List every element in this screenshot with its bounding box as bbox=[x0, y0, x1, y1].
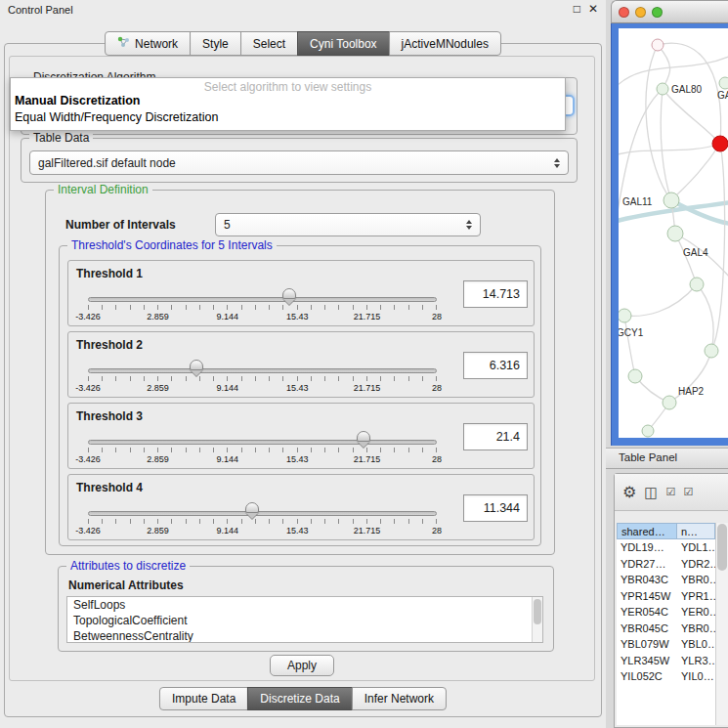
table-row[interactable]: YDL19…YDL1… bbox=[617, 539, 715, 556]
table-cell[interactable]: YDR2… bbox=[677, 556, 715, 573]
apply-button[interactable]: Apply bbox=[270, 655, 334, 676]
list-item[interactable]: SelfLoops bbox=[67, 597, 542, 613]
slider-track[interactable] bbox=[88, 440, 437, 445]
network-node[interactable] bbox=[712, 136, 728, 151]
scrollbar-thumb[interactable] bbox=[534, 599, 541, 624]
threshold-value-field[interactable]: 21.4 bbox=[463, 423, 528, 450]
slider-track[interactable] bbox=[88, 368, 437, 373]
threshold-value-field[interactable]: 14.713 bbox=[463, 280, 528, 308]
gear-icon[interactable]: ⚙ bbox=[622, 485, 636, 500]
network-node[interactable] bbox=[642, 425, 654, 437]
tab-style[interactable]: Style bbox=[190, 31, 241, 56]
network-node[interactable] bbox=[705, 344, 718, 358]
table-cell[interactable]: YBR043C bbox=[617, 572, 677, 588]
slider-scale-label: 21.715 bbox=[354, 454, 381, 464]
table-row[interactable]: YIL052CYIL0… bbox=[617, 668, 715, 685]
network-node-gal80[interactable] bbox=[657, 83, 668, 95]
threshold-slider[interactable]: -3.4262.8599.14415.4321.71528 bbox=[88, 360, 437, 399]
slider-scale-label: -3.426 bbox=[75, 312, 101, 321]
close-panel-icon[interactable]: ✕ bbox=[588, 2, 598, 16]
table-cell[interactable]: YBR045C bbox=[617, 621, 677, 637]
table-cell[interactable]: YBL079W bbox=[617, 636, 677, 653]
table-data-combo[interactable]: galFiltered.sif default node bbox=[29, 150, 569, 175]
table-cell[interactable]: YER054C bbox=[617, 604, 677, 621]
threshold-slider[interactable]: -3.4262.8599.14415.4321.71528 bbox=[88, 288, 437, 327]
slider-thumb[interactable] bbox=[282, 288, 296, 299]
network-canvas[interactable]: GAL80GAGAL11GAL4GCY1HAP2 bbox=[619, 28, 728, 438]
table-cell[interactable]: YDL1… bbox=[677, 539, 715, 556]
list-item[interactable]: BetweennessCentrality bbox=[67, 628, 542, 643]
tab-discretize-data[interactable]: Discretize Data bbox=[247, 687, 352, 710]
slider-ticks bbox=[88, 376, 437, 381]
threshold-value-field[interactable]: 11.344 bbox=[463, 494, 528, 522]
table-cell[interactable]: YDR27… bbox=[617, 556, 677, 573]
network-node-ga[interactable] bbox=[719, 77, 728, 89]
tab-infer-network[interactable]: Infer Network bbox=[352, 687, 447, 710]
threshold-slider[interactable]: -3.4262.8599.14415.4321.71528 bbox=[88, 502, 437, 541]
slider-scale-label: -3.426 bbox=[75, 383, 101, 393]
table-scrollbar[interactable] bbox=[715, 523, 728, 725]
slider-scale-label: 15.43 bbox=[286, 383, 309, 393]
table-cell[interactable]: YPR1… bbox=[677, 588, 715, 605]
table-row[interactable]: YBR045CYBR0… bbox=[617, 621, 715, 637]
slider-track[interactable] bbox=[88, 297, 437, 302]
table-row[interactable]: YDR27…YDR2… bbox=[617, 556, 715, 573]
table-cell[interactable]: YIL052C bbox=[617, 668, 677, 685]
slider-thumb[interactable] bbox=[190, 360, 203, 370]
table-toolbar: ⚙ ◫ ☑ ☑ bbox=[615, 474, 728, 511]
table-cell[interactable]: YPR145W bbox=[617, 588, 677, 605]
network-node[interactable] bbox=[628, 369, 642, 383]
tab-cyni-toolbox[interactable]: Cyni Toolbox bbox=[297, 31, 389, 56]
menu-option-manual-discretization[interactable]: Manual Discretization bbox=[11, 93, 565, 109]
zoom-window-button[interactable] bbox=[652, 7, 663, 18]
checkbox-icon[interactable]: ☑ bbox=[683, 487, 693, 497]
tab-network[interactable]: Network bbox=[105, 31, 191, 56]
list-item[interactable]: TopologicalCoefficient bbox=[67, 613, 542, 628]
table-cell[interactable]: YLR3… bbox=[677, 653, 715, 669]
menu-option-equal-width-frequency[interactable]: Equal Width/Frequency Discretization bbox=[11, 109, 565, 126]
float-window-icon[interactable]: □ bbox=[574, 2, 580, 16]
network-window-titlebar[interactable] bbox=[611, 0, 728, 23]
slider-scale-label: 21.715 bbox=[354, 312, 381, 321]
tab-impute-data[interactable]: Impute Data bbox=[159, 687, 248, 710]
table-cell[interactable]: YLR345W bbox=[617, 653, 677, 669]
number-of-intervals-combo[interactable]: 5 bbox=[215, 213, 481, 236]
table-cell[interactable]: YIL0… bbox=[677, 668, 715, 685]
table-row[interactable]: YPR145WYPR1… bbox=[617, 588, 715, 605]
threshold-slider[interactable]: -3.4262.8599.14415.4321.71528 bbox=[88, 431, 437, 470]
network-node[interactable] bbox=[652, 39, 664, 51]
column-header-shared[interactable]: shared… bbox=[617, 523, 677, 539]
attributes-scrollbar[interactable] bbox=[532, 597, 542, 642]
network-node-gal11[interactable] bbox=[664, 193, 679, 208]
table-row[interactable]: YBR043CYBR0… bbox=[617, 572, 715, 588]
table-columns-icon[interactable]: ◫ bbox=[644, 485, 658, 499]
table-cell[interactable]: YBL0… bbox=[677, 636, 715, 653]
table-cell[interactable]: YDL19… bbox=[617, 539, 677, 556]
scrollbar-thumb[interactable] bbox=[717, 524, 727, 571]
table-cell[interactable]: YBR0… bbox=[677, 621, 715, 637]
table-row[interactable]: YLR345WYLR3… bbox=[617, 653, 715, 669]
table-cell[interactable]: YER0… bbox=[677, 604, 715, 621]
numerical-attributes-list[interactable]: SelfLoopsTopologicalCoefficientBetweenne… bbox=[66, 596, 543, 643]
network-node-gal4[interactable] bbox=[667, 226, 683, 241]
minimize-window-button[interactable] bbox=[635, 7, 646, 18]
column-header-name[interactable]: n… bbox=[676, 523, 715, 539]
threshold-value-field[interactable]: 6.316 bbox=[463, 352, 528, 379]
checkbox-icon[interactable]: ☑ bbox=[666, 487, 676, 497]
slider-thumb[interactable] bbox=[357, 431, 370, 442]
close-window-button[interactable] bbox=[619, 7, 629, 18]
tab-jactivemnodules[interactable]: jActiveMNodules bbox=[389, 31, 501, 56]
slider-thumb[interactable] bbox=[245, 502, 259, 513]
table-cell[interactable]: YBR0… bbox=[677, 572, 715, 588]
tab-select[interactable]: Select bbox=[240, 31, 298, 56]
tab-label: Style bbox=[202, 37, 229, 51]
table-row[interactable]: YBL079WYBL0… bbox=[617, 636, 715, 653]
slider-scale-label: -3.426 bbox=[75, 454, 101, 464]
slider-scale-label: 15.43 bbox=[286, 526, 309, 535]
slider-scale-label: 2.859 bbox=[147, 383, 169, 393]
network-node-gcy1[interactable] bbox=[619, 309, 631, 322]
table-row[interactable]: YER054CYER0… bbox=[617, 604, 715, 621]
network-node-hap2[interactable] bbox=[663, 396, 676, 409]
network-node[interactable] bbox=[690, 278, 704, 291]
slider-track[interactable] bbox=[88, 511, 437, 516]
